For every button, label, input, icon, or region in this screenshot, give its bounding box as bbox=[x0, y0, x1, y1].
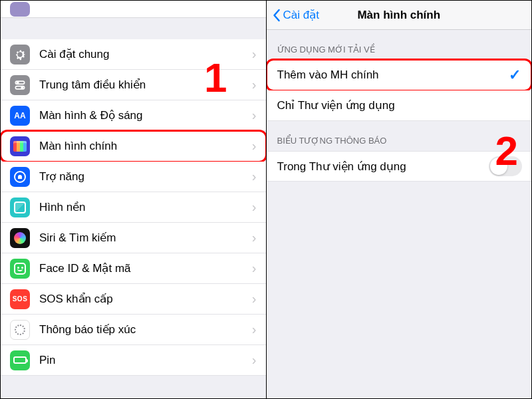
option-show-in-library[interactable]: Trong Thư viện ứng dụng bbox=[267, 151, 532, 182]
chevron-right-icon: › bbox=[252, 77, 257, 92]
row-label: Trong Thư viện ứng dụng bbox=[277, 160, 406, 174]
row-label: Pin bbox=[39, 354, 56, 367]
chevron-right-icon: › bbox=[252, 138, 257, 154]
row-label: Trung tâm điều khiển bbox=[39, 78, 146, 92]
settings-row-home-screen[interactable]: Màn hình chính › bbox=[1, 131, 266, 162]
back-label: Cài đặt bbox=[283, 8, 319, 22]
row-label: Chỉ Thư viện ứng dụng bbox=[277, 98, 395, 112]
row-label: Hình nền bbox=[39, 200, 86, 214]
settings-row-faceid[interactable]: Face ID & Mật mã › bbox=[1, 253, 266, 284]
option-app-library-only[interactable]: Chỉ Thư viện ứng dụng bbox=[267, 90, 532, 121]
home-screen-settings-panel: Cài đặt Màn hình chính ỨNG DỤNG MỚI TẢI … bbox=[267, 1, 532, 398]
faceid-icon bbox=[10, 259, 30, 279]
row-label: Face ID & Mật mã bbox=[39, 261, 131, 275]
row-label: Màn hình chính bbox=[39, 140, 117, 153]
settings-row-accessibility[interactable]: Trợ năng › bbox=[1, 162, 266, 192]
text-size-icon: AA bbox=[10, 106, 30, 126]
sos-icon: SOS bbox=[10, 289, 30, 309]
row-label: Cài đặt chung bbox=[39, 47, 109, 61]
page-title: Màn hình chính bbox=[357, 9, 440, 22]
row-label: Thêm vào MH chính bbox=[277, 68, 379, 82]
battery-icon bbox=[10, 350, 30, 370]
chevron-right-icon: › bbox=[252, 230, 257, 245]
siri-icon bbox=[10, 228, 30, 248]
svg-point-1 bbox=[17, 82, 19, 84]
chevron-right-icon: › bbox=[252, 108, 257, 123]
chevron-right-icon: › bbox=[252, 322, 257, 337]
row-label: Trợ năng bbox=[39, 170, 84, 184]
chevron-right-icon: › bbox=[252, 352, 257, 368]
row-label: Màn hình & Độ sáng bbox=[39, 108, 143, 122]
row-label: Siri & Tìm kiếm bbox=[39, 231, 116, 245]
row-label: SOS khẩn cấp bbox=[39, 292, 113, 306]
exposure-icon bbox=[10, 320, 30, 340]
option-add-to-home[interactable]: Thêm vào MH chính ✓ bbox=[267, 60, 532, 90]
gear-icon bbox=[10, 45, 30, 65]
settings-row-display[interactable]: AA Màn hình & Độ sáng › bbox=[1, 100, 266, 131]
wallpaper-icon bbox=[10, 198, 30, 217]
home-screen-icon bbox=[10, 136, 30, 156]
settings-row-exposure[interactable]: Thông báo tiếp xúc › bbox=[1, 315, 266, 345]
toggle-switch[interactable] bbox=[489, 156, 522, 176]
chevron-right-icon: › bbox=[252, 291, 257, 307]
section-gap bbox=[1, 18, 266, 39]
settings-row-siri[interactable]: Siri & Tìm kiếm › bbox=[1, 223, 266, 253]
chevron-left-icon bbox=[272, 9, 281, 22]
settings-row-wallpaper[interactable]: Hình nền › bbox=[1, 192, 266, 223]
settings-row-sos[interactable]: SOS SOS khẩn cấp › bbox=[1, 284, 266, 315]
accessibility-icon bbox=[10, 167, 30, 187]
row-label: Thông báo tiếp xúc bbox=[39, 323, 136, 336]
chevron-right-icon: › bbox=[252, 200, 257, 215]
chevron-right-icon: › bbox=[252, 261, 257, 276]
chevron-right-icon: › bbox=[252, 169, 257, 184]
section-header-new-apps: ỨNG DỤNG MỚI TẢI VỀ bbox=[267, 30, 532, 60]
chevron-right-icon: › bbox=[252, 47, 257, 62]
nav-header: Cài đặt Màn hình chính bbox=[267, 1, 532, 30]
toggles-icon bbox=[10, 75, 30, 95]
settings-row-general[interactable]: Cài đặt chung › bbox=[1, 39, 266, 70]
settings-row-battery[interactable]: Pin › bbox=[1, 345, 266, 376]
svg-point-3 bbox=[21, 86, 23, 88]
back-button[interactable]: Cài đặt bbox=[272, 8, 319, 22]
section-header-badges: BIỂU TƯỢNG THÔNG BÁO bbox=[267, 121, 532, 151]
settings-row-control-center[interactable]: Trung tâm điều khiển › bbox=[1, 70, 266, 100]
hourglass-icon bbox=[10, 2, 30, 17]
settings-row-partial[interactable] bbox=[1, 1, 266, 18]
checkmark-icon: ✓ bbox=[509, 66, 521, 84]
settings-list-panel: Cài đặt chung › Trung tâm điều khiển › A… bbox=[1, 1, 267, 398]
